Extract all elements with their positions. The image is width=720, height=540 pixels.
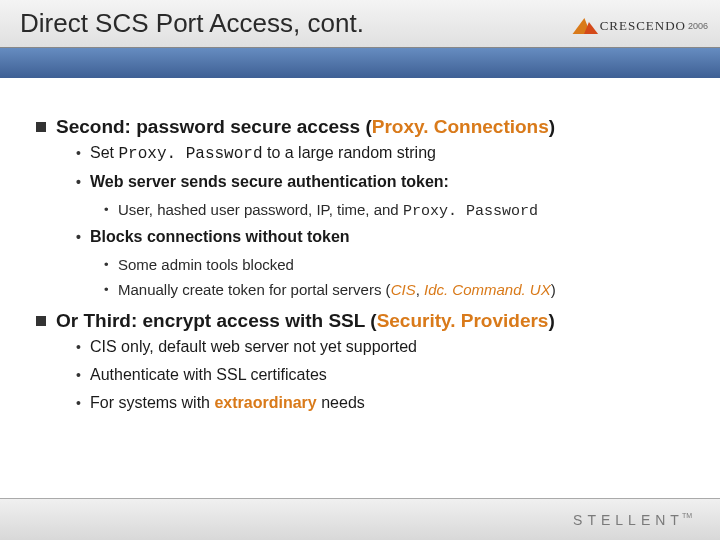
list-item: Set Proxy. Password to a large random st… (76, 144, 690, 163)
keyword-text: Idc. Command. UX (424, 281, 551, 298)
bullet-list-l1: Set Proxy. Password to a large random st… (76, 144, 690, 191)
header-blue-band (0, 48, 720, 78)
text: , (416, 281, 424, 298)
section-second: Second: password secure access (Proxy. C… (36, 116, 690, 298)
slide-header: Direct SCS Port Access, cont. CRESCENDO … (0, 0, 720, 78)
text: to a large random string (263, 144, 436, 161)
section-heading: Or Third: encrypt access with SSL (Secur… (56, 310, 555, 332)
list-item: Authenticate with SSL certificates (76, 366, 690, 384)
text: CIS only, default web server not yet sup… (90, 338, 417, 355)
footer-brand-text: STELLENT (573, 512, 684, 528)
text: For systems with (90, 394, 214, 411)
heading-suffix: ) (549, 116, 555, 137)
header-top-bar: Direct SCS Port Access, cont. CRESCENDO … (0, 0, 720, 48)
text: needs (317, 394, 365, 411)
slide-body: Second: password secure access (Proxy. C… (0, 78, 720, 498)
section-third: Or Third: encrypt access with SSL (Secur… (36, 310, 690, 412)
heading-prefix: Or Third: encrypt access with SSL ( (56, 310, 377, 331)
keyword-text: extraordinary (214, 394, 316, 411)
bullet-list-l2: User, hashed user password, IP, time, an… (104, 201, 690, 220)
heading-prefix: Second: password secure access ( (56, 116, 372, 137)
section-heading: Second: password secure access (Proxy. C… (56, 116, 555, 138)
brand-name: CRESCENDO (600, 18, 686, 34)
list-item: User, hashed user password, IP, time, an… (104, 201, 690, 220)
text: Authenticate with SSL certificates (90, 366, 327, 383)
text: User, hashed user password, IP, time, an… (118, 201, 403, 218)
brand-year: 2006 (688, 21, 708, 31)
text: Web server sends secure authentication t… (90, 173, 449, 190)
square-bullet-icon (36, 122, 46, 132)
list-item: Some admin tools blocked (104, 256, 690, 273)
bullet-list-l1: Blocks connections without token (76, 228, 690, 246)
code-text: Proxy. Password (118, 145, 262, 163)
bullet-list-l2: Some admin tools blocked Manually create… (104, 256, 690, 298)
flag-icon (574, 15, 596, 37)
keyword-text: CIS (391, 281, 416, 298)
list-item: Blocks connections without token (76, 228, 690, 246)
heading-row: Or Third: encrypt access with SSL (Secur… (36, 310, 690, 332)
slide-footer: STELLENT TM (0, 498, 720, 540)
bullet-list-l1: CIS only, default web server not yet sup… (76, 338, 690, 412)
text: Blocks connections without token (90, 228, 350, 245)
text: Some admin tools blocked (118, 256, 294, 273)
heading-row: Second: password secure access (Proxy. C… (36, 116, 690, 138)
list-item: Web server sends secure authentication t… (76, 173, 690, 191)
heading-keyword: Proxy. Connections (372, 116, 549, 137)
heading-keyword: Security. Providers (377, 310, 549, 331)
list-item: CIS only, default web server not yet sup… (76, 338, 690, 356)
trademark-icon: TM (682, 512, 692, 519)
square-bullet-icon (36, 316, 46, 326)
brand-logo: CRESCENDO 2006 (558, 6, 708, 46)
text: Manually create token for portal servers… (118, 281, 391, 298)
slide-title: Direct SCS Port Access, cont. (20, 8, 364, 39)
list-item: Manually create token for portal servers… (104, 281, 690, 298)
footer-brand: STELLENT TM (573, 512, 692, 528)
heading-suffix: ) (548, 310, 554, 331)
slide: Direct SCS Port Access, cont. CRESCENDO … (0, 0, 720, 540)
code-text: Proxy. Password (403, 203, 538, 220)
text: ) (551, 281, 556, 298)
list-item: For systems with extraordinary needs (76, 394, 690, 412)
palm-tree-decor (0, 48, 720, 78)
text: Set (90, 144, 118, 161)
